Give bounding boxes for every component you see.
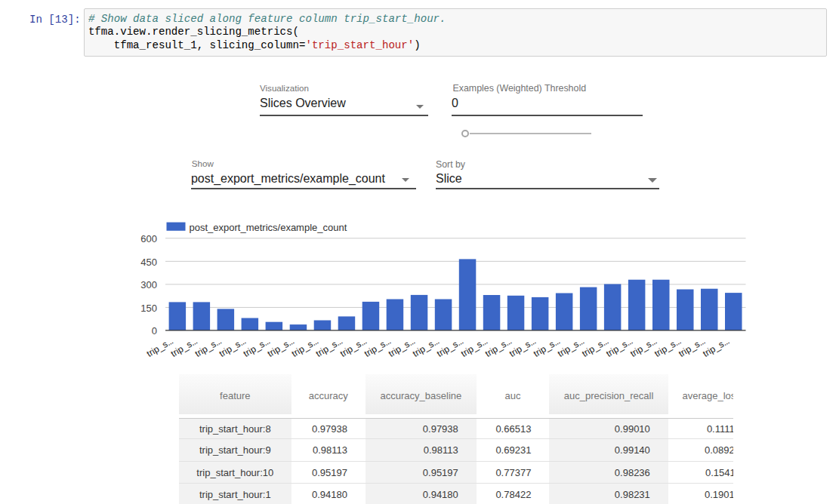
svg-text:150: 150 xyxy=(140,303,157,314)
svg-text:trip_s...: trip_s... xyxy=(193,336,224,359)
svg-text:trip_s...: trip_s... xyxy=(604,336,634,359)
svg-text:trip_s...: trip_s... xyxy=(435,336,465,359)
svg-text:trip_s...: trip_s... xyxy=(677,336,707,359)
svg-text:trip_s...: trip_s... xyxy=(701,336,731,359)
svg-text:trip_s...: trip_s... xyxy=(217,336,248,359)
svg-text:trip_s...: trip_s... xyxy=(145,336,175,359)
svg-text:post_export_metrics/example_co: post_export_metrics/example_count xyxy=(190,222,347,233)
svg-text:trip_s...: trip_s... xyxy=(387,336,417,359)
svg-text:trip_s...: trip_s... xyxy=(169,336,199,359)
svg-text:trip_s...: trip_s... xyxy=(652,336,683,359)
svg-text:trip_s...: trip_s... xyxy=(290,336,320,359)
svg-text:trip_s...: trip_s... xyxy=(338,336,369,359)
svg-text:450: 450 xyxy=(140,257,157,268)
svg-text:trip_s...: trip_s... xyxy=(483,336,514,359)
svg-text:trip_s...: trip_s... xyxy=(314,336,344,359)
svg-text:300: 300 xyxy=(140,279,157,290)
svg-text:600: 600 xyxy=(140,233,157,244)
svg-text:trip_s...: trip_s... xyxy=(242,336,272,359)
svg-text:trip_s...: trip_s... xyxy=(556,336,586,359)
svg-text:trip_s...: trip_s... xyxy=(266,336,296,359)
svg-text:0: 0 xyxy=(152,325,157,337)
svg-text:trip_s...: trip_s... xyxy=(411,336,441,359)
svg-text:trip_s...: trip_s... xyxy=(362,336,393,359)
svg-text:trip_s...: trip_s... xyxy=(507,336,538,359)
svg-text:trip_s...: trip_s... xyxy=(532,336,562,359)
svg-text:trip_s...: trip_s... xyxy=(459,336,489,359)
svg-text:trip_s...: trip_s... xyxy=(580,336,610,359)
svg-text:trip_s...: trip_s... xyxy=(628,336,659,359)
